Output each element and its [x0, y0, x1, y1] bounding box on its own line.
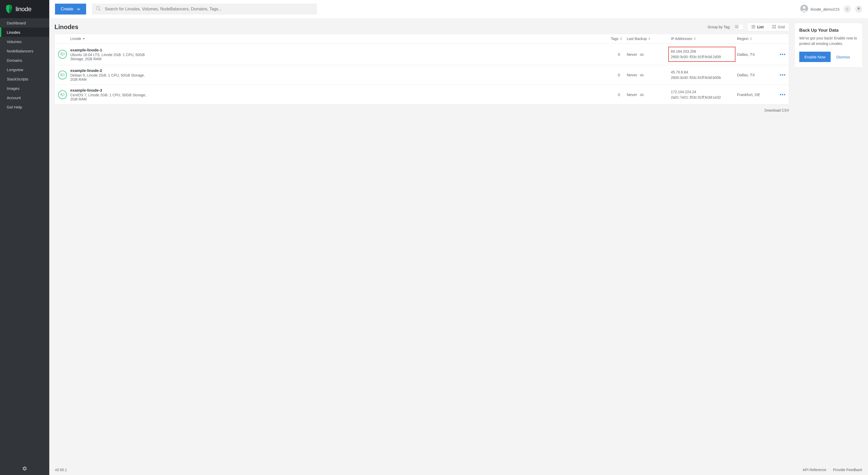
sidebar-item-nodebalancers[interactable]: NodeBalancers: [0, 46, 49, 56]
footer: v0.50.1 API Reference Provide Feedback: [49, 465, 868, 475]
sidebar-settings[interactable]: [0, 463, 49, 475]
tag-count: 0: [606, 52, 627, 57]
list-icon: [751, 25, 755, 29]
api-reference-link[interactable]: API Reference: [803, 468, 826, 472]
sidebar-item-domains[interactable]: Domains: [0, 56, 49, 65]
svg-point-3: [96, 6, 100, 10]
col-region[interactable]: Region: [737, 37, 776, 41]
col-backup[interactable]: Last Backup: [627, 37, 671, 41]
notifications-button[interactable]: [855, 5, 862, 13]
cloud-backup-icon: [640, 52, 644, 57]
tag-count: 0: [606, 73, 627, 77]
linode-name[interactable]: example-linode-2: [70, 68, 606, 73]
search-input[interactable]: [104, 6, 313, 12]
status-running-icon: [58, 90, 67, 99]
svg-rect-8: [751, 27, 755, 27]
notification-count[interactable]: 0: [844, 5, 851, 13]
svg-marker-21: [750, 37, 752, 38]
ip-addresses: 172.104.224.242a01:7e01::f03c:91ff:fe3d:…: [671, 89, 737, 100]
sidebar-item-label: StackScripts: [7, 77, 28, 81]
ipv6: 2600:3c00::f03c:91ff:fe3d:2d39: [671, 54, 733, 60]
view-grid-label: Grid: [778, 25, 785, 29]
sidebar-item-volumes[interactable]: Volumes: [0, 37, 49, 46]
sidebar-item-images[interactable]: Images: [0, 84, 49, 93]
sidebar-item-dashboard[interactable]: Dashboard: [0, 18, 49, 28]
group-by-tag-toggle[interactable]: [734, 24, 743, 30]
ipv4: 69.164.203.206: [671, 49, 733, 54]
search[interactable]: [92, 4, 317, 14]
col-tags[interactable]: Tags: [606, 37, 627, 41]
svg-line-4: [99, 9, 101, 11]
col-ip[interactable]: IP Addresses: [671, 37, 737, 41]
avatar-icon: [800, 5, 808, 13]
create-button[interactable]: Create: [55, 4, 86, 14]
view-toggle: List Grid: [747, 23, 789, 31]
col-backup-label: Last Backup: [627, 37, 647, 41]
sidebar-item-get-help[interactable]: Get Help: [0, 102, 49, 112]
tag-count: 0: [606, 92, 627, 97]
ellipsis-icon: [780, 74, 785, 76]
svg-rect-10: [772, 25, 774, 27]
ipv6: 2600:3c00::f03c:91ff:fe3d:b00b: [671, 75, 737, 81]
last-backup: Never: [627, 73, 671, 77]
ipv6: 2a01:7e01::f03c:91ff:fe3d:ce32: [671, 95, 737, 100]
sidebar-item-account[interactable]: Account: [0, 93, 49, 102]
ipv4: 45.79.6.84: [671, 69, 737, 75]
linode-spec: CentOS 7, Linode 2GB: 1 CPU, 50GB Storag…: [70, 93, 148, 101]
version-label: v0.50.1: [55, 468, 67, 472]
svg-marker-19: [694, 37, 696, 38]
region: Dallas, TX: [737, 73, 776, 77]
sidebar-item-label: NodeBalancers: [7, 49, 33, 53]
linodes-table: Linode Tags Last Backup IP Addresse: [55, 34, 789, 105]
dismiss-link[interactable]: Dismiss: [836, 55, 850, 59]
col-region-label: Region: [737, 37, 748, 41]
sidebar-item-label: Longview: [7, 67, 23, 72]
ellipsis-icon: [780, 94, 785, 95]
promo-body: We've got your back! Enable now to prote…: [799, 35, 858, 47]
col-linode[interactable]: Linode: [70, 37, 606, 41]
linode-name[interactable]: example-linode-1: [70, 48, 606, 52]
provide-feedback-link[interactable]: Provide Feedback: [833, 468, 862, 472]
table-row[interactable]: example-linode-3CentOS 7, Linode 2GB: 1 …: [55, 85, 789, 105]
region: Dallas, TX: [737, 52, 776, 57]
row-actions-menu[interactable]: [776, 54, 789, 55]
status-running-icon: [58, 50, 67, 59]
linode-logo-icon: [5, 5, 13, 13]
user-menu[interactable]: linode_demo215: [800, 5, 839, 13]
linode-name[interactable]: example-linode-3: [70, 88, 606, 92]
view-list-button[interactable]: List: [747, 23, 768, 31]
last-backup: Never: [627, 92, 671, 97]
grid-icon: [772, 25, 776, 29]
svg-marker-14: [83, 38, 85, 40]
sidebar-item-label: Volumes: [7, 39, 22, 44]
table-row[interactable]: example-linode-1Ubuntu 18.04 LTS, Linode…: [55, 43, 789, 65]
sidebar-item-longview[interactable]: Longview: [0, 65, 49, 74]
ellipsis-icon: [780, 54, 785, 55]
nav: Dashboard Linodes Volumes NodeBalancers …: [0, 18, 49, 463]
sort-icon: [750, 37, 752, 41]
table-row[interactable]: example-linode-2Debian 9, Linode 2GB: 1 …: [55, 65, 789, 85]
ip-addresses: 45.79.6.842600:3c00::f03c:91ff:fe3d:b00b: [671, 69, 737, 81]
chevron-down-icon: [77, 7, 81, 11]
view-grid-button[interactable]: Grid: [768, 23, 789, 31]
bell-icon: [857, 7, 861, 11]
svg-point-6: [803, 6, 805, 9]
row-actions-menu[interactable]: [776, 74, 789, 76]
sidebar-item-label: Images: [7, 86, 20, 91]
svg-marker-22: [750, 39, 752, 40]
sidebar: linode Dashboard Linodes Volumes NodeBal…: [0, 0, 49, 475]
col-ip-label: IP Addresses: [671, 37, 692, 41]
row-actions-menu[interactable]: [776, 94, 789, 95]
linode-spec: Debian 9, Linode 2GB: 1 CPU, 50GB Storag…: [70, 73, 148, 82]
sidebar-item-stackscripts[interactable]: StackScripts: [0, 74, 49, 84]
svg-marker-20: [694, 39, 696, 40]
topbar: Create linode_demo215 0: [49, 0, 868, 18]
download-csv-link[interactable]: Download CSV: [55, 108, 789, 112]
view-list-label: List: [757, 25, 764, 29]
sidebar-item-label: Dashboard: [7, 21, 26, 25]
brand[interactable]: linode: [0, 0, 49, 18]
sidebar-item-linodes[interactable]: Linodes: [0, 28, 49, 37]
svg-marker-15: [620, 37, 622, 38]
enable-now-button[interactable]: Enable Now: [799, 52, 831, 62]
table-header: Linode Tags Last Backup IP Addresse: [55, 34, 789, 43]
